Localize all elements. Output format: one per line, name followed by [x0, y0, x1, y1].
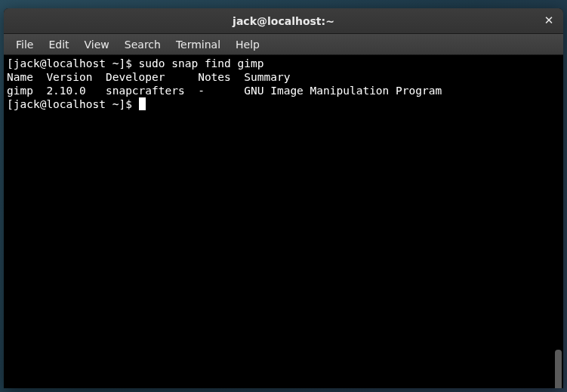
menu-view[interactable]: View	[77, 35, 117, 54]
terminal-prompt-line: [jack@localhost ~]$	[7, 97, 560, 111]
menu-search[interactable]: Search	[117, 35, 168, 54]
terminal-cursor	[139, 97, 146, 110]
terminal-line: Name Version Developer Notes Summary	[7, 70, 560, 84]
menubar: File Edit View Search Terminal Help	[4, 34, 563, 55]
close-icon: ✕	[544, 15, 554, 26]
terminal-window: jack@localhost:~ ✕ File Edit View Search…	[4, 8, 563, 388]
scrollbar-thumb[interactable]	[555, 350, 562, 388]
terminal-body[interactable]: [jack@localhost ~]$ sudo snap find gimpN…	[4, 55, 563, 388]
terminal-line: gimp 2.10.0 snapcrafters - GNU Image Man…	[7, 84, 560, 97]
menu-help[interactable]: Help	[228, 35, 267, 54]
window-title: jack@localhost:~	[233, 15, 334, 27]
close-button[interactable]: ✕	[541, 13, 557, 29]
menu-terminal[interactable]: Terminal	[168, 35, 228, 54]
menu-edit[interactable]: Edit	[41, 35, 76, 54]
terminal-prompt: [jack@localhost ~]$	[7, 98, 139, 110]
menu-file[interactable]: File	[8, 35, 41, 54]
titlebar: jack@localhost:~ ✕	[4, 8, 563, 34]
terminal-line: [jack@localhost ~]$ sudo snap find gimp	[7, 57, 560, 70]
terminal-content: [jack@localhost ~]$ sudo snap find gimpN…	[4, 55, 563, 113]
